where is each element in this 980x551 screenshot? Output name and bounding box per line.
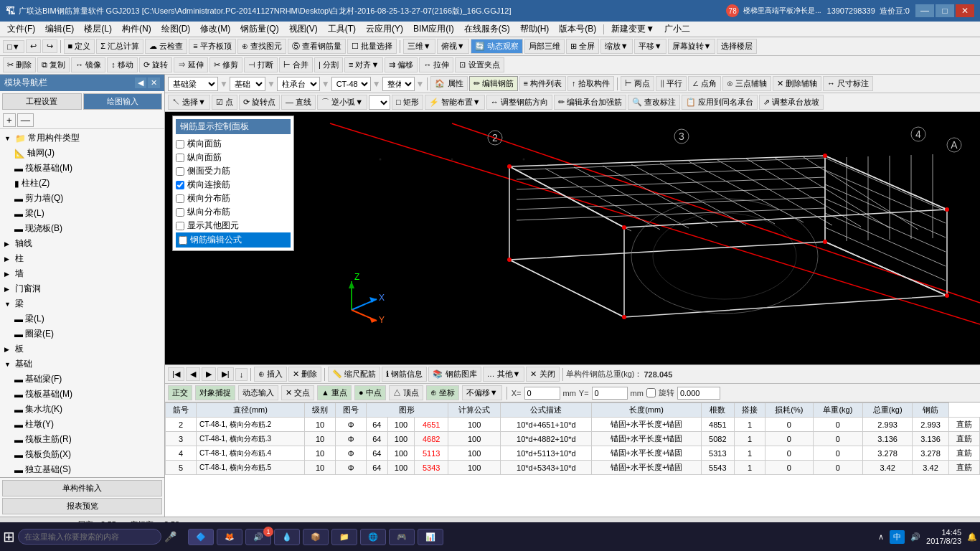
- rebar-option-1[interactable]: 横向面筋: [176, 137, 291, 151]
- insert-button[interactable]: ⊕ 插入: [254, 367, 287, 382]
- fullscreen-button[interactable]: ⊞ 全屏: [566, 39, 599, 54]
- project-settings-button[interactable]: 工程设置: [2, 93, 82, 110]
- grip-button[interactable]: ⊡ 设置夹点: [455, 57, 504, 72]
- redo-button[interactable]: ↪: [42, 39, 57, 53]
- local-3d-button[interactable]: 局部三维: [524, 39, 565, 54]
- taskbar-app-8[interactable]: 🎮: [389, 529, 415, 545]
- join-button[interactable]: ⊢ 合并: [279, 57, 313, 72]
- notification-icon[interactable]: 🔔: [967, 532, 977, 542]
- tree-node-board[interactable]: ▶板: [1, 342, 163, 357]
- scale-rebar-button[interactable]: 📏 缩尺配筋: [328, 367, 380, 382]
- taskbar-app-4[interactable]: 💧: [274, 529, 300, 545]
- taskbar-clock[interactable]: 14:45 2017/8/23: [926, 528, 961, 545]
- del-btn[interactable]: —: [17, 113, 34, 127]
- tree-node-raftneg[interactable]: ▬筏板负筋(X): [11, 447, 163, 462]
- center-button[interactable]: ● 中点: [354, 385, 386, 400]
- tree-node-fbeam[interactable]: ▬基础梁(F): [11, 372, 163, 387]
- element-list-button[interactable]: ≡ 构件列表: [519, 76, 566, 91]
- menu-view[interactable]: 视图(V): [285, 22, 322, 37]
- ortho-button[interactable]: 正交: [168, 385, 192, 400]
- menu-modify[interactable]: 修改(M): [196, 22, 235, 37]
- select-button[interactable]: ↖ 选择▼: [168, 95, 210, 110]
- menu-floor[interactable]: 楼层(L): [80, 22, 116, 37]
- del-axis-button[interactable]: ✕ 删除辅轴: [773, 76, 821, 91]
- menu-draw[interactable]: 绘图(D): [157, 22, 195, 37]
- menu-tools[interactable]: 工具(T): [324, 22, 360, 37]
- nav-last-button[interactable]: ▶|: [217, 367, 234, 381]
- rotate-button[interactable]: ⟳ 旋转: [139, 57, 172, 72]
- rect-button[interactable]: □ 矩形: [392, 95, 423, 110]
- tree-node-foundation[interactable]: ▼基础: [1, 357, 163, 372]
- mic-button[interactable]: 🎤: [164, 531, 176, 542]
- taskbar-app-5[interactable]: 📦: [303, 529, 329, 545]
- taskbar-app-6[interactable]: 📁: [331, 529, 357, 545]
- rebar-option-6[interactable]: 纵向分布筋: [176, 205, 291, 219]
- cloud-check-button[interactable]: ☁ 云检查: [145, 39, 187, 54]
- dynamic-input-button[interactable]: 动态输入: [238, 385, 278, 400]
- close-button[interactable]: ✕: [956, 4, 974, 17]
- adjust-slope-button[interactable]: ⇗ 调整承台放坡: [759, 95, 824, 110]
- nav-prev-button[interactable]: ◀: [186, 367, 200, 381]
- table-row[interactable]: 3 CT-48-1, 横向分布筋.3 10 Φ 64 100 4682 100 …: [166, 432, 980, 446]
- top-view-button[interactable]: 俯视▼: [437, 39, 469, 54]
- break-button[interactable]: ⊣ 打断: [244, 57, 278, 72]
- add-btn[interactable]: +: [3, 113, 16, 127]
- tree-node-wall[interactable]: ▶墙: [1, 266, 163, 281]
- taskbar-app-2[interactable]: 🦊: [217, 529, 242, 545]
- menu-edit[interactable]: 编辑(E): [41, 22, 78, 37]
- tree-node-isolated[interactable]: ▬独立基础(S): [11, 462, 163, 477]
- parallel-button[interactable]: ∥ 平行: [656, 76, 687, 91]
- pan-button[interactable]: 平移▼: [634, 39, 666, 54]
- point-angle-button[interactable]: ∠ 点角: [688, 76, 721, 91]
- viewport[interactable]: 钢筋显示控制面板 横向面筋 纵向面筋 侧面受力筋 横向连接筋 横向分布筋 纵向分…: [165, 112, 980, 364]
- menu-cloud[interactable]: 云应用(Y): [362, 22, 407, 37]
- panel-close-button[interactable]: ✕: [148, 77, 160, 88]
- tree-node-slab[interactable]: ▬现浇板(B): [11, 221, 163, 236]
- start-button[interactable]: ⊞: [3, 528, 15, 545]
- nav-next-button[interactable]: ▶: [202, 367, 216, 381]
- rebar-option-4[interactable]: 横向连接筋: [176, 178, 291, 192]
- menu-guangxiao[interactable]: 广小二: [660, 22, 694, 37]
- tree-node-colpier[interactable]: ▬柱墩(Y): [11, 417, 163, 432]
- taskbar-app-3[interactable]: 🔊 1: [245, 529, 271, 545]
- rebar-option-3[interactable]: 侧面受力筋: [176, 164, 291, 178]
- new-button[interactable]: □▼: [3, 40, 24, 53]
- stretch-button[interactable]: ↔ 拉伸: [419, 57, 453, 72]
- tree-node-beam[interactable]: ▬梁(L): [11, 206, 163, 221]
- tree-node-shear[interactable]: ▬剪力墙(Q): [11, 191, 163, 206]
- rotate-point-button[interactable]: ⟳ 旋转点: [239, 95, 280, 110]
- other-button[interactable]: … 其他▼: [483, 367, 525, 382]
- rebar-option-formula[interactable]: 钢筋编辑公式: [176, 232, 291, 248]
- single-element-button[interactable]: 单构件输入: [2, 480, 162, 496]
- 3d-button[interactable]: 三维▼: [403, 39, 435, 54]
- input-method-icon[interactable]: 中: [890, 530, 905, 544]
- point-check[interactable]: ☑ 点: [212, 95, 237, 110]
- search-input[interactable]: [18, 529, 161, 545]
- shape-select[interactable]: [369, 95, 390, 110]
- find-element-button[interactable]: ⊕ 查找图元: [237, 39, 286, 54]
- tree-node-door[interactable]: ▶门窗洞: [1, 281, 163, 296]
- split-button[interactable]: | 分割: [314, 57, 343, 72]
- rebar-lib-button[interactable]: 📚 钢筋图库: [428, 367, 481, 382]
- close-edit-button[interactable]: ✕ 关闭: [526, 367, 559, 382]
- nosync-button[interactable]: 不偏移▼: [462, 385, 502, 400]
- taskbar-app-9[interactable]: 📊: [418, 529, 443, 545]
- menu-version[interactable]: 版本号(B): [555, 22, 600, 37]
- cad-delete-button[interactable]: ✕ 删除: [288, 367, 321, 382]
- whole-select[interactable]: 整体: [382, 77, 415, 91]
- tree-node-raft-m[interactable]: ▬筏板基础(M): [11, 161, 163, 176]
- extend-button[interactable]: ⇒ 延伸: [174, 57, 208, 72]
- menu-element[interactable]: 构件(N): [118, 22, 156, 37]
- dim-button[interactable]: ↔ 尺寸标注: [823, 76, 873, 91]
- move-button[interactable]: ↕ 移动: [107, 57, 138, 72]
- undo-button[interactable]: ↩: [26, 39, 41, 53]
- two-point-button[interactable]: ⊢ 两点: [621, 76, 654, 91]
- rotate-screen-button[interactable]: 屏幕旋转▼: [668, 39, 716, 54]
- table-row[interactable]: 2 CT-48-1, 横向分布筋.2 10 Φ 64 100 4651 100 …: [166, 418, 980, 432]
- sound-icon[interactable]: 🔊: [910, 532, 920, 542]
- menu-rebar[interactable]: 钢筋量(Q): [236, 22, 283, 37]
- nav-first-button[interactable]: |◀: [168, 367, 184, 381]
- define-button[interactable]: ■ 定义: [64, 39, 95, 54]
- floor-top-button[interactable]: ≡ 平齐板顶: [189, 39, 235, 54]
- y-input[interactable]: [592, 387, 628, 400]
